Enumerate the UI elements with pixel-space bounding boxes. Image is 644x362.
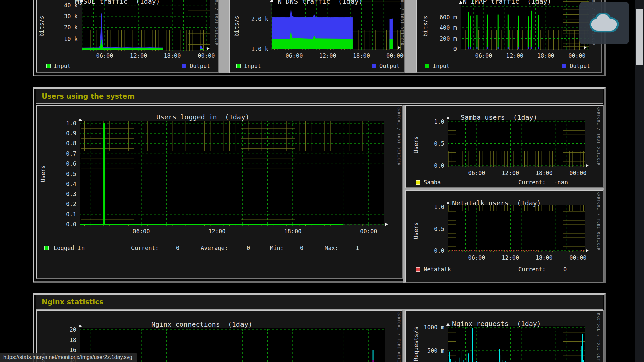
- dns_traffic-plot: [272, 0, 401, 50]
- users_logged_in-plot: [80, 121, 384, 226]
- monitorix-dashboard-page: Users using the system Nginx statistics …: [0, 0, 644, 362]
- mysql_traffic-plot: [82, 0, 210, 51]
- cloud-icon: [589, 13, 619, 33]
- netatalk_users-plot: [448, 205, 585, 252]
- cloud-extension-button[interactable]: [579, 2, 629, 44]
- status-bar-url: https://stats.marya.net/monitorix/imgs/u…: [0, 353, 137, 362]
- samba_users-plot: [448, 120, 585, 167]
- imap_traffic-plot: [461, 0, 589, 50]
- scrollbar-thumb[interactable]: [636, 9, 643, 65]
- scrollbar-track[interactable]: [635, 0, 644, 362]
- nginx_requests-plot: [448, 326, 585, 362]
- graphs-canvas: [0, 0, 644, 362]
